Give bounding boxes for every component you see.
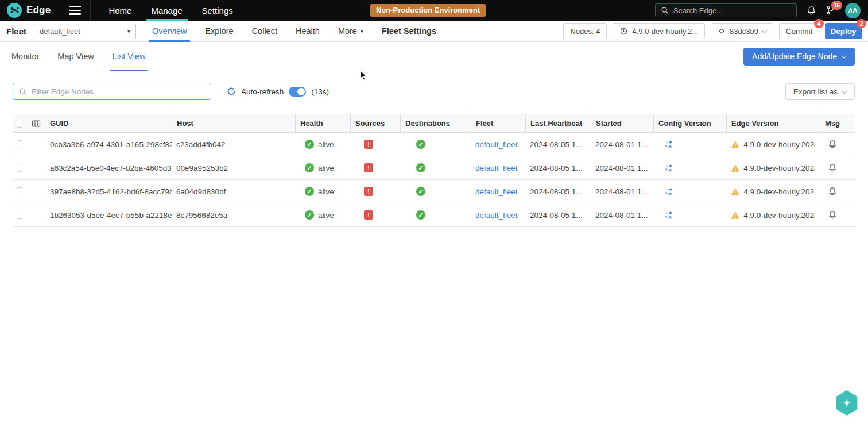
row-checkbox[interactable]: [17, 211, 22, 219]
health-cell: ✓alive: [295, 140, 350, 149]
auto-refresh-toggle[interactable]: [289, 87, 306, 97]
message-bell-icon[interactable]: [828, 210, 837, 220]
col-destinations[interactable]: Destinations: [400, 114, 471, 132]
message-bell-icon[interactable]: [828, 163, 837, 172]
tab-collect[interactable]: Collect: [243, 21, 286, 42]
row-checkbox[interactable]: [17, 140, 22, 148]
last-heartbeat-cell: 2024-08-05 1...: [525, 187, 591, 196]
tab-monitor[interactable]: Monitor: [2, 42, 48, 71]
table-row[interactable]: 0cb3a3b6-a974-4301-a165-298cf82 c23add4f…: [13, 133, 855, 156]
sources-alert-icon[interactable]: !: [364, 187, 373, 196]
destinations-ok-icon[interactable]: ✓: [416, 210, 425, 220]
col-sources[interactable]: Sources: [350, 114, 400, 132]
guid-cell: 0cb3a3b6-a974-4301-a165-298cf82: [45, 140, 172, 149]
msg-cell: [820, 187, 855, 196]
tab-more[interactable]: More▾: [329, 21, 373, 42]
warning-icon: [731, 211, 739, 220]
global-search-input[interactable]: Search Edge...: [655, 3, 797, 17]
col-fleet[interactable]: Fleet: [471, 114, 525, 132]
column-settings-icon[interactable]: [32, 119, 41, 128]
col-guid[interactable]: GUID: [45, 114, 172, 132]
export-list-dropdown[interactable]: Export list as: [785, 83, 855, 100]
brand[interactable]: Edge: [0, 3, 51, 18]
fleet-bar-actions: Nodes: 4 4.9.0-dev-hourly.2... 83dc3b9 C…: [563, 23, 862, 39]
fleet-selector-dropdown[interactable]: default_fleet ▾: [34, 24, 136, 39]
fleet-link[interactable]: default_fleet: [475, 140, 518, 149]
table-row[interactable]: 397ae8b8-32d5-4162-bd6f-8acc79b 6a04d9d8…: [13, 180, 855, 203]
table-row[interactable]: a63c2a54-b5e0-4ec7-82ba-4605d39 00e9a952…: [13, 156, 855, 180]
guid-cell: 1b263053-d5ee-4ec7-b55b-a2218e6: [45, 211, 172, 220]
row-checkbox[interactable]: [17, 164, 22, 172]
user-avatar[interactable]: AA: [845, 3, 861, 18]
notifications-bell-button[interactable]: [807, 6, 816, 16]
started-cell: 2024-08-01 1...: [591, 211, 653, 220]
hamburger-menu-icon[interactable]: [67, 3, 83, 17]
row-checkbox[interactable]: [17, 187, 22, 195]
tab-explore[interactable]: Explore: [196, 21, 242, 42]
col-health[interactable]: Health: [295, 114, 350, 132]
tab-health[interactable]: Health: [286, 21, 329, 42]
col-last-heartbeat[interactable]: Last Heartbeat: [525, 114, 591, 132]
edge-version-cell: 4.9.0-dev-hourly.2024: [726, 211, 820, 220]
edge-nodes-table: GUID Host Health Sources Destinations Fl…: [13, 114, 855, 227]
tab-list-view[interactable]: List View: [103, 42, 155, 71]
msg-cell: [820, 163, 855, 172]
tab-map-view[interactable]: Map View: [48, 42, 103, 71]
nav-home[interactable]: Home: [99, 0, 141, 21]
tab-overview[interactable]: Overview: [143, 21, 196, 42]
sources-alert-icon[interactable]: !: [364, 163, 373, 172]
brand-name: Edge: [26, 5, 51, 16]
col-host[interactable]: Host: [172, 114, 295, 132]
sources-alert-icon[interactable]: !: [364, 210, 373, 220]
table-row[interactable]: 1b263053-d5ee-4ec7-b55b-a2218e6 8c795668…: [13, 203, 855, 227]
fleet-cell: default_fleet: [471, 140, 525, 149]
sources-alert-icon[interactable]: !: [364, 140, 373, 149]
filter-edge-nodes-field[interactable]: [13, 83, 211, 100]
nodes-count-chip[interactable]: Nodes: 4: [563, 23, 607, 39]
select-all-checkbox[interactable]: [17, 120, 22, 128]
filter-input[interactable]: [32, 87, 205, 96]
edge-app: Edge Home Manage Settings Non-Production…: [0, 0, 868, 423]
view-tabs: Monitor Map View List View: [0, 42, 155, 71]
col-config-version[interactable]: Config Version: [653, 114, 726, 132]
topbar-right: Search Edge... 16 AA: [655, 3, 868, 18]
history-icon: [619, 27, 628, 36]
last-heartbeat-cell: 2024-08-05 1...: [525, 164, 591, 172]
col-started[interactable]: Started: [591, 114, 653, 132]
deploy-pending-badge: 2: [857, 19, 866, 28]
last-heartbeat-cell: 2024-08-05 1...: [525, 140, 591, 149]
commit-diamond-icon: [718, 27, 726, 35]
loading-spinner-icon: [664, 163, 673, 173]
nav-settings[interactable]: Settings: [192, 0, 243, 21]
destinations-ok-icon[interactable]: ✓: [416, 163, 425, 172]
fleet-link[interactable]: default_fleet: [475, 211, 518, 220]
started-cell: 2024-08-01 1...: [591, 140, 653, 149]
message-bell-icon[interactable]: [828, 187, 837, 196]
guid-cell: 397ae8b8-32d5-4162-bd6f-8acc79b: [45, 187, 172, 196]
tab-fleet-settings[interactable]: Fleet Settings: [373, 21, 445, 42]
config-version-cell: [653, 140, 726, 149]
fleet-selected-value: default_fleet: [40, 27, 80, 36]
table-header: GUID Host Health Sources Destinations Fl…: [13, 114, 855, 133]
pending-commits-indicator[interactable]: 16: [826, 6, 835, 15]
caret-down-icon: ▾: [361, 28, 363, 34]
commit-count-badge: 16: [831, 1, 842, 10]
deploy-button[interactable]: Deploy 2: [825, 23, 862, 39]
commit-button[interactable]: Commit 4: [779, 23, 819, 39]
started-cell: 2024-08-01 1...: [591, 164, 653, 172]
fleet-link[interactable]: default_fleet: [475, 187, 518, 196]
config-version-chip[interactable]: 4.9.0-dev-hourly.2...: [613, 23, 705, 39]
health-cell: ✓alive: [295, 187, 350, 196]
destinations-ok-icon[interactable]: ✓: [416, 140, 425, 149]
commit-hash-chip[interactable]: 83dc3b9: [711, 23, 773, 39]
add-update-edge-node-button[interactable]: Add/Update Edge Node: [743, 48, 855, 66]
refresh-icon[interactable]: [227, 87, 236, 96]
assistant-fab[interactable]: ✦: [835, 390, 858, 416]
col-edge-version[interactable]: Edge Version: [726, 114, 820, 132]
list-toolbar: Auto-refresh (13s) Export list as: [0, 83, 868, 100]
destinations-ok-icon[interactable]: ✓: [416, 187, 425, 196]
message-bell-icon[interactable]: [828, 140, 837, 149]
nav-manage[interactable]: Manage: [141, 0, 192, 21]
fleet-link[interactable]: default_fleet: [475, 164, 518, 172]
col-msg[interactable]: Msg: [820, 114, 855, 132]
